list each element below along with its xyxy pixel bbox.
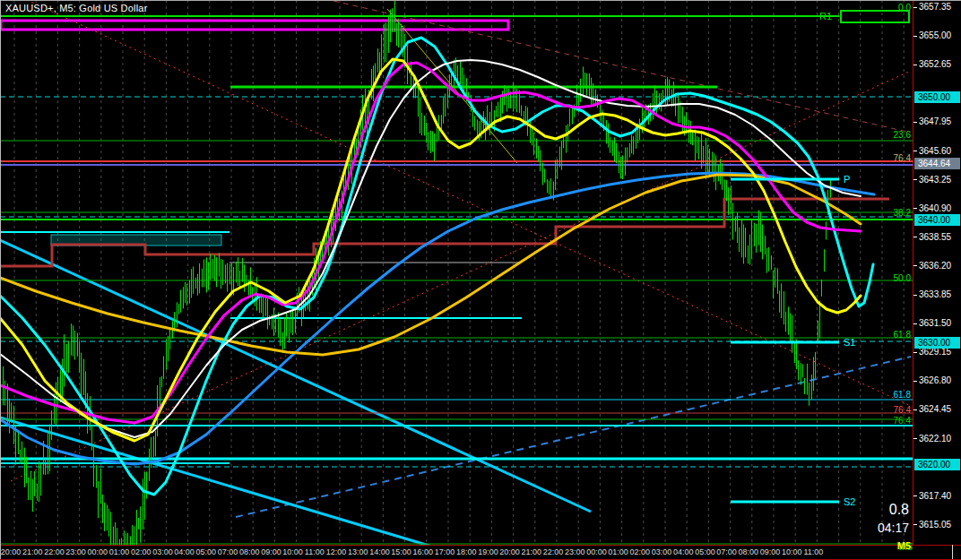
price-bar [81, 353, 82, 397]
price-bar [195, 278, 196, 289]
price-bar [284, 317, 285, 349]
price-bar [616, 143, 617, 164]
price-bar [375, 64, 376, 81]
chart-title: XAUUSD+, M5: Gold US Dollar [5, 3, 148, 13]
price-bar [236, 262, 237, 283]
price-bar [765, 236, 766, 254]
time-label: 11:00 [803, 547, 823, 556]
price-bar [290, 310, 291, 332]
price-bar [773, 271, 774, 299]
price-bar [394, 1, 395, 32]
price-bar [216, 257, 217, 287]
price-bar [66, 344, 67, 372]
price-bar [160, 377, 160, 406]
price-bar [138, 518, 139, 530]
candle-countdown: 04:17 [878, 521, 909, 535]
price-bar [766, 248, 767, 273]
price-bar [639, 119, 640, 141]
price-bar [703, 146, 704, 164]
price-bar [282, 332, 283, 353]
price-bar [580, 79, 581, 102]
blue-dashed-ascending[interactable] [236, 357, 911, 517]
price-bar [498, 102, 498, 118]
fib-label-764-7: 76.4 [894, 405, 912, 415]
price-bar [229, 264, 230, 285]
time-label: 08:00 [739, 547, 759, 556]
price-bar [813, 357, 814, 391]
price-tick-mark [913, 323, 917, 324]
period-badge[interactable]: M5 [897, 540, 911, 551]
price-bar [34, 471, 35, 496]
pivot-label-s2: S2 [844, 496, 855, 507]
price-bar [788, 306, 789, 334]
price-bar [714, 153, 714, 182]
price-bar [424, 116, 425, 136]
fib-label-618-6: 61.8 [894, 390, 912, 400]
time-label: 05:00 [695, 547, 715, 556]
price-level-label-365000: 3650.00 [914, 91, 960, 103]
price-bar [183, 287, 184, 308]
price-bar [460, 62, 461, 84]
time-label: 16:00 [413, 547, 434, 556]
price-tick-mark [913, 352, 917, 353]
magenta-zone-rect[interactable] [1, 21, 508, 30]
time-label: 04:00 [174, 547, 195, 556]
time-label: 13:00 [348, 547, 368, 556]
time-axis[interactable]: 20:0021:0022:0023:0000:0001:0002:0003:00… [0, 545, 961, 560]
price-bar [678, 95, 679, 123]
price-bar [100, 469, 101, 504]
price-bar [420, 98, 420, 134]
price-tick-label: 3638.55 [919, 232, 951, 242]
time-label: 11:00 [305, 547, 325, 556]
price-bar [610, 137, 610, 152]
price-bar [743, 224, 744, 263]
price-bar [608, 124, 609, 148]
price-bar [166, 340, 167, 370]
ma-white [0, 60, 861, 437]
time-label: 20:00 [1, 547, 22, 556]
cyan-trendline-lower[interactable] [0, 418, 477, 560]
price-bar [748, 246, 749, 264]
time-label: 12:00 [326, 547, 347, 556]
price-tick-label: 3626.80 [919, 375, 951, 385]
price-bar [238, 257, 238, 286]
chart-canvas[interactable]: R1PS1S20.023.676.438.250.061.861.876.476… [0, 0, 961, 560]
price-bar [64, 334, 65, 387]
price-bar [540, 151, 541, 171]
price-tick-label: 3657.35 [919, 2, 951, 12]
price-tick-label: 3655.00 [919, 30, 951, 40]
price-bar [474, 116, 475, 130]
price-tick-label: 3645.60 [919, 146, 951, 156]
axis-corner-divider [952, 545, 953, 560]
price-level-label-363000: 3630.00 [914, 337, 960, 349]
price-bar [722, 163, 723, 190]
time-label: 10:00 [282, 547, 303, 556]
price-bar [39, 461, 39, 502]
price-bar [74, 331, 75, 360]
price-bar [557, 159, 558, 179]
time-label: 22:00 [44, 547, 65, 556]
price-bar [214, 255, 215, 281]
fib-label-500-4: 50.0 [894, 273, 912, 283]
price-bar [728, 187, 729, 215]
price-bar [591, 78, 592, 105]
price-bar [824, 249, 825, 271]
price-bar [244, 264, 245, 291]
price-bar [161, 376, 162, 388]
price-bar [627, 147, 628, 162]
price-bar [443, 98, 444, 124]
price-bar [802, 364, 803, 377]
price-bar [701, 132, 702, 169]
price-axis[interactable]: 3657.353655.003652.653647.953645.603643.… [913, 0, 961, 545]
time-label: 00:00 [88, 547, 108, 556]
price-bar [381, 34, 382, 74]
price-bar [633, 136, 634, 154]
price-bar [785, 312, 786, 332]
price-bar [426, 123, 427, 143]
price-bar [221, 259, 221, 289]
price-bar [222, 260, 223, 285]
time-label: 04:00 [673, 547, 694, 556]
price-bar [792, 315, 792, 353]
price-tick-label: 3624.45 [919, 404, 951, 414]
price-bar [796, 340, 797, 370]
